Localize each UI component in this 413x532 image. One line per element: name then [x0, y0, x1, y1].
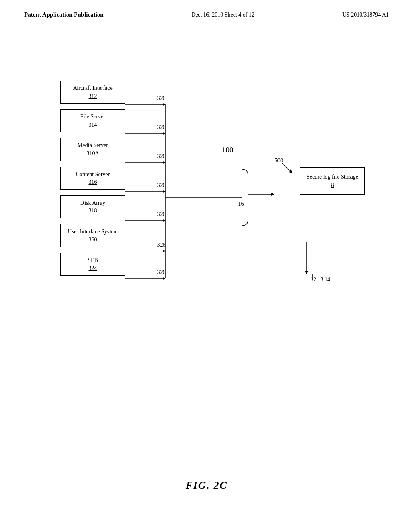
svg-text:326: 326: [157, 153, 166, 159]
svg-text:326: 326: [157, 211, 166, 217]
user-interface-num: 360: [66, 236, 120, 244]
svg-marker-17: [163, 249, 165, 253]
secure-log-label: Secure log file Storage: [305, 172, 359, 181]
secure-log-box: Secure log file Storage 8: [300, 167, 365, 195]
svg-text:100: 100: [222, 145, 234, 154]
seb-label: SEB: [66, 256, 120, 264]
svg-marker-14: [163, 219, 165, 222]
media-server-num: 310A: [66, 150, 120, 158]
svg-text:326: 326: [157, 124, 166, 130]
content-server-label: Content Server: [66, 170, 120, 179]
svg-marker-30: [289, 169, 292, 173]
svg-text:326: 326: [157, 95, 166, 101]
left-boxes: Aircraft Interface 312 File Server 314 M…: [60, 81, 125, 281]
media-server-box: Media Server 310A: [60, 138, 125, 161]
svg-marker-11: [163, 190, 165, 193]
aircraft-interface-box: Aircraft Interface 312: [60, 81, 125, 104]
page-header: Patent Application Publication Dec. 16, …: [0, 11, 413, 18]
svg-line-29: [282, 163, 292, 173]
file-server-label: File Server: [66, 113, 120, 121]
media-server-label: Media Server: [66, 141, 120, 150]
svg-text:326: 326: [157, 269, 166, 275]
svg-marker-20: [163, 277, 165, 280]
disk-array-num: 318: [66, 207, 120, 215]
svg-marker-8: [163, 161, 165, 164]
svg-text:500: 500: [274, 157, 284, 164]
secure-log-num: 8: [305, 181, 359, 189]
seb-box: SEB 324: [60, 253, 125, 276]
svg-text:326: 326: [157, 182, 166, 188]
seb-num: 324: [66, 264, 120, 272]
header-right: US 2010/318794 A1: [342, 12, 389, 18]
svg-marker-25: [271, 193, 274, 196]
content-server-box: Content Server 316: [60, 167, 125, 190]
svg-marker-2: [163, 103, 165, 106]
header-middle: Dec. 16, 2010 Sheet 4 of 12: [192, 12, 254, 18]
disk-array-box: Disk Array 318: [60, 195, 125, 218]
header-left: Patent Application Publication: [24, 11, 104, 18]
aircraft-interface-num: 312: [66, 92, 120, 100]
content-server-num: 316: [66, 178, 120, 186]
file-server-box: File Server 314: [60, 109, 125, 132]
svg-text:12,13,14: 12,13,14: [311, 276, 330, 283]
file-server-num: 314: [66, 121, 120, 129]
svg-text:326: 326: [157, 242, 166, 248]
diagram-container: 326 326 326 326 326 326 326: [24, 81, 389, 459]
figure-caption: FIG. 2C: [186, 480, 227, 492]
svg-marker-28: [305, 271, 309, 274]
user-interface-label: User Interface System: [66, 228, 120, 236]
svg-marker-5: [163, 132, 165, 135]
aircraft-interface-label: Aircraft Interface: [66, 84, 120, 92]
svg-text:16: 16: [238, 200, 244, 207]
disk-array-label: Disk Array: [66, 199, 120, 207]
user-interface-box: User Interface System 360: [60, 224, 125, 247]
